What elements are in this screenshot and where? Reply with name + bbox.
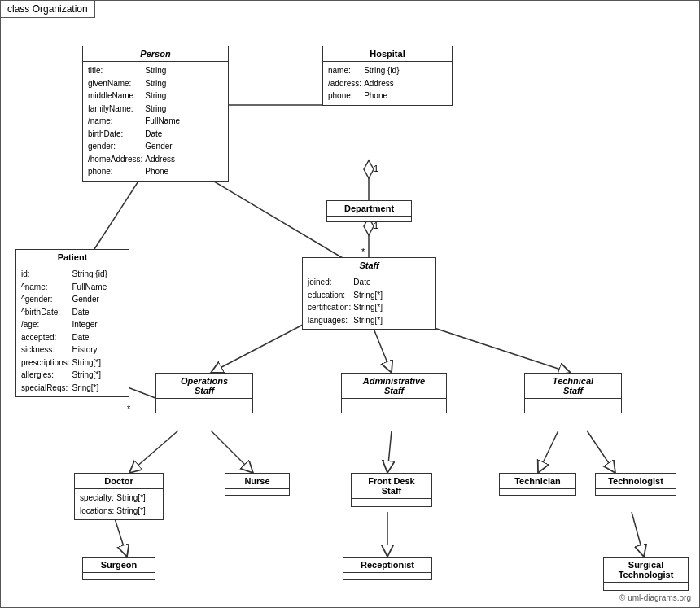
tech-staff-title: TechnicalStaff xyxy=(525,374,621,399)
hospital-box: Hospital name:String {id} /address:Addre… xyxy=(322,46,453,106)
svg-text:*: * xyxy=(127,404,131,413)
technologist-title: Technologist xyxy=(596,474,676,489)
person-title: Person xyxy=(83,46,228,62)
nurse-title: Nurse xyxy=(225,474,289,489)
patient-title: Patient xyxy=(16,250,129,265)
patient-box: Patient id:String {id} ^name:FullName ^g… xyxy=(15,249,129,397)
svg-line-22 xyxy=(587,431,615,473)
svg-marker-4 xyxy=(364,160,374,178)
operations-staff-title: OperationsStaff xyxy=(156,374,252,399)
svg-line-21 xyxy=(538,431,558,473)
hospital-title: Hospital xyxy=(323,46,452,62)
diagram: class Organization * * 1 xyxy=(0,0,700,608)
surgical-tech-title: SurgicalTechnologist xyxy=(604,558,688,583)
department-box: Department xyxy=(326,200,412,222)
doctor-title: Doctor xyxy=(75,474,163,489)
svg-text:1: 1 xyxy=(374,164,378,173)
svg-line-19 xyxy=(211,431,253,473)
admin-staff-title: AdministrativeStaff xyxy=(342,374,446,399)
technician-box: Technician xyxy=(499,473,576,496)
front-desk-title: Front DeskStaff xyxy=(352,474,431,499)
svg-line-25 xyxy=(632,512,644,557)
person-box: Person title:String givenName:String mid… xyxy=(82,46,229,182)
doctor-box: Doctor specialty:String[*] locations:Str… xyxy=(74,473,164,520)
operations-staff-box: OperationsStaff xyxy=(155,373,253,413)
svg-line-20 xyxy=(387,431,392,473)
tech-staff-box: TechnicalStaff xyxy=(524,373,622,413)
nurse-box: Nurse xyxy=(225,473,290,496)
surgeon-box: Surgeon xyxy=(82,557,155,580)
surgeon-title: Surgeon xyxy=(83,558,155,573)
technician-title: Technician xyxy=(500,474,575,489)
diagram-title: class Organization xyxy=(1,1,95,18)
department-title: Department xyxy=(327,201,411,217)
hospital-attrs: name:String {id} /address:Address phone:… xyxy=(323,62,452,105)
svg-line-18 xyxy=(129,431,178,473)
staff-attrs: joined:Date education:String[*] certific… xyxy=(303,273,435,329)
admin-staff-box: AdministrativeStaff xyxy=(341,373,447,413)
staff-box: Staff joined:Date education:String[*] ce… xyxy=(302,257,436,330)
doctor-attrs: specialty:String[*] locations:String[*] xyxy=(75,489,163,519)
svg-text:*: * xyxy=(361,247,365,256)
person-attrs: title:String givenName:String middleName… xyxy=(83,62,228,181)
staff-title: Staff xyxy=(303,258,435,273)
copyright: © uml-diagrams.org xyxy=(619,593,691,602)
receptionist-title: Receptionist xyxy=(343,558,431,573)
technologist-box: Technologist xyxy=(595,473,676,496)
patient-attrs: id:String {id} ^name:FullName ^gender:Ge… xyxy=(16,265,129,396)
surgical-tech-box: SurgicalTechnologist xyxy=(603,557,689,591)
front-desk-box: Front DeskStaff xyxy=(351,473,432,507)
receptionist-box: Receptionist xyxy=(343,557,432,580)
